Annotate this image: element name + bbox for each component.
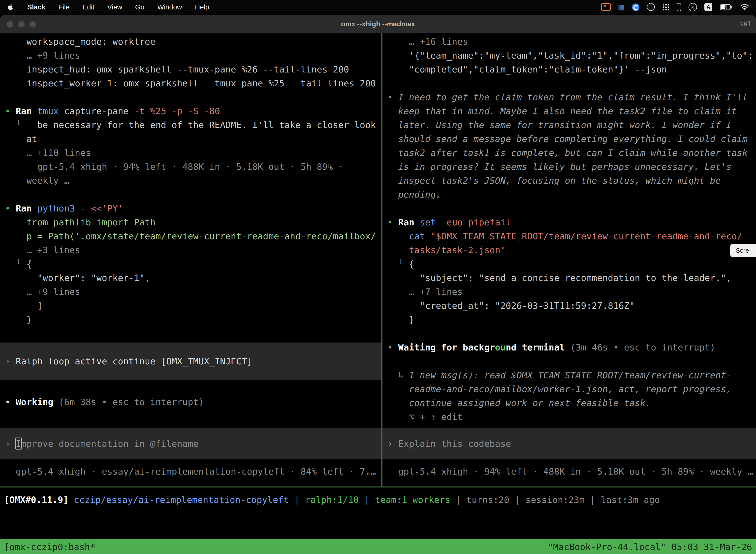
text-segment: -t %25 -p -S -80 <box>134 106 220 116</box>
text-segment: • <box>387 217 398 227</box>
tmux-session-window-label[interactable]: [omx-cczip0:bash* <box>4 541 95 552</box>
screenshot-notification[interactable]: Scre <box>731 244 756 257</box>
text-segment: (3m 46s • esc to interrupt) <box>570 342 715 352</box>
text-segment: Ran <box>16 203 37 214</box>
terminal-line: inspect_worker-1: omx sparkshell --tmux-… <box>5 76 381 90</box>
text-segment: … +3 lines <box>5 245 80 255</box>
terminal-window: omx --xhigh --madmax ⌥⌘1 workspace_mode:… <box>0 15 756 554</box>
screen-recording-indicator-icon[interactable] <box>601 3 611 11</box>
text-segment: should send a message before completing … <box>387 133 748 144</box>
right-pane-status-line: gpt-5.4 xhigh · 94% left · 488K in · 5.1… <box>387 465 756 479</box>
text-segment: └ <box>5 259 26 269</box>
grid-menu-icon[interactable]: ▦ <box>618 3 625 10</box>
text-segment: › <box>5 356 16 366</box>
text-segment: task2 after task1 is complete, but can I… <box>387 148 748 158</box>
menu-item-file[interactable]: File <box>58 3 69 11</box>
text-segment: p = Path('.omx/state/team/review-current… <box>5 231 376 241</box>
text-segment: team:1 workers <box>375 494 450 505</box>
text-segment: ↳ <box>387 370 409 380</box>
active-app-name[interactable]: Slack <box>27 3 45 11</box>
menu-item-view[interactable]: View <box>107 3 122 11</box>
minimize-window-button[interactable] <box>18 21 25 28</box>
terminal-line <box>5 90 381 104</box>
text-segment: ou <box>495 342 506 352</box>
terminal-line: ⌥ + ↑ edit <box>387 410 756 424</box>
right-pane-scrollback: … +16 lines '{"team_name":"my-team","tas… <box>387 35 756 424</box>
pane-divider-horizontal <box>0 487 756 488</box>
terminal-line: } <box>387 313 756 327</box>
menu-item-edit[interactable]: Edit <box>82 3 94 11</box>
terminal-line: • Waiting for background terminal (3m 46… <box>387 340 756 354</box>
explain-codebase-banner[interactable]: › Explain this codebase <box>382 428 756 459</box>
terminal-line: … +16 lines <box>387 35 756 49</box>
terminal-line: ] <box>5 299 381 313</box>
text-segment: ] <box>5 300 43 311</box>
desktop: Slack File Edit View Go Window Help ▦ 61… <box>0 0 756 554</box>
menu-item-window[interactable]: Window <box>157 3 182 11</box>
apple-menu-icon[interactable] <box>7 3 14 11</box>
terminal-line: task2 after task1 is complete, but can I… <box>387 146 756 160</box>
battery-charging-icon[interactable] <box>720 4 733 10</box>
menu-item-go[interactable]: Go <box>135 3 144 11</box>
terminal-line: "completed","claim_token":"claim-token"}… <box>387 63 756 76</box>
text-segment: } <box>387 314 414 325</box>
text-segment: Working <box>16 397 59 407</box>
dots-grid-menu-icon[interactable] <box>662 3 669 10</box>
terminal-line: "worker": "worker-1", <box>5 271 381 285</box>
terminal-line: … +9 lines <box>5 49 381 63</box>
working-status-line: • Working (6m 38s • esc to interrupt) <box>5 395 381 409</box>
terminal-line <box>387 327 756 340</box>
terminal-line <box>387 76 756 90</box>
text-segment: Explain this codebase <box>398 438 511 449</box>
text-segment: Ralph loop active continue [OMX_TMUX_INJ… <box>16 356 252 366</box>
text-segment: I need to get the claim token from the c… <box>398 92 748 102</box>
text-segment: gpt-5.4 xhigh · 94% left · 488K in · 5.1… <box>5 161 343 172</box>
text-segment: workspace_mode: worktree <box>5 36 155 47</box>
input-source-icon[interactable]: A <box>704 3 712 11</box>
text-segment: ralph:1/10 <box>305 494 359 505</box>
blue-app-menu-icon[interactable] <box>632 3 639 11</box>
text-segment: { <box>26 259 32 269</box>
text-segment: tmux <box>37 106 64 116</box>
battery-percent-circle-icon[interactable]: 61 <box>689 3 697 11</box>
terminal-line <box>387 202 756 215</box>
text-segment: └ <box>5 120 37 130</box>
pill-menu-icon[interactable] <box>677 3 681 11</box>
text-segment: cczip/essay/ai-reimplementation-copyleft <box>74 494 289 505</box>
prompt-input-banner[interactable]: › Improve documentation in @filename <box>0 428 381 459</box>
text-segment: - <<'PY' <box>80 203 123 214</box>
text-segment: is in progress? It seems likely but perh… <box>387 161 732 172</box>
text-segment: continue assigned work or next feasible … <box>387 398 651 408</box>
text-segment: Ran <box>398 217 420 227</box>
text-segment: I <box>16 438 21 449</box>
terminal-line: from pathlib import Path <box>5 215 381 229</box>
text-segment: • <box>5 203 16 214</box>
text-segment: "created_at": "2026-03-31T11:59:27.816Z" <box>387 300 635 311</box>
dark-app-menu-icon[interactable] <box>647 3 655 11</box>
zoom-window-button[interactable] <box>29 21 36 28</box>
terminal-pane-right[interactable]: … +16 lines '{"team_name":"my-team","tas… <box>382 33 756 487</box>
text-segment: └ <box>387 259 409 269</box>
text-segment: Waiting for backgr <box>398 342 495 352</box>
text-segment: turns:20 <box>466 494 509 505</box>
window-title: omx --xhigh --madmax <box>341 20 415 28</box>
terminal-line: • Ran set -euo pipefail <box>387 215 756 229</box>
terminal-line: pending. <box>387 188 756 202</box>
close-window-button[interactable] <box>6 21 13 28</box>
terminal-pane-left[interactable]: workspace_mode: worktree … +9 lines insp… <box>0 33 381 487</box>
text-segment: gpt-5.4 xhigh · 94% left · 488K in · 5.1… <box>387 466 753 477</box>
text-segment: gpt-5.4 xhigh · essay/ai-reimplementatio… <box>5 466 376 477</box>
text-segment: | <box>359 494 375 505</box>
text-segment: "subject": "send a concise recommendatio… <box>387 273 732 283</box>
wifi-icon[interactable] <box>740 3 749 10</box>
text-segment: | <box>585 494 601 505</box>
window-title-bar[interactable]: omx --xhigh --madmax ⌥⌘1 <box>0 15 756 33</box>
text-segment: inspect_worker-1: omx sparkshell --tmux-… <box>5 78 376 88</box>
text-segment: › <box>5 438 16 449</box>
text-segment: session:23m <box>525 494 584 505</box>
text-segment: -euo pipefail <box>441 217 511 227</box>
terminal-line: "subject": "send a concise recommendatio… <box>387 271 756 285</box>
menu-item-help[interactable]: Help <box>195 3 209 11</box>
text-segment: 1 new msg(s): read $OMX_TEAM_STATE_ROOT/… <box>409 370 732 380</box>
text-segment: "completed","claim_token":"claim-token"}… <box>387 64 667 74</box>
